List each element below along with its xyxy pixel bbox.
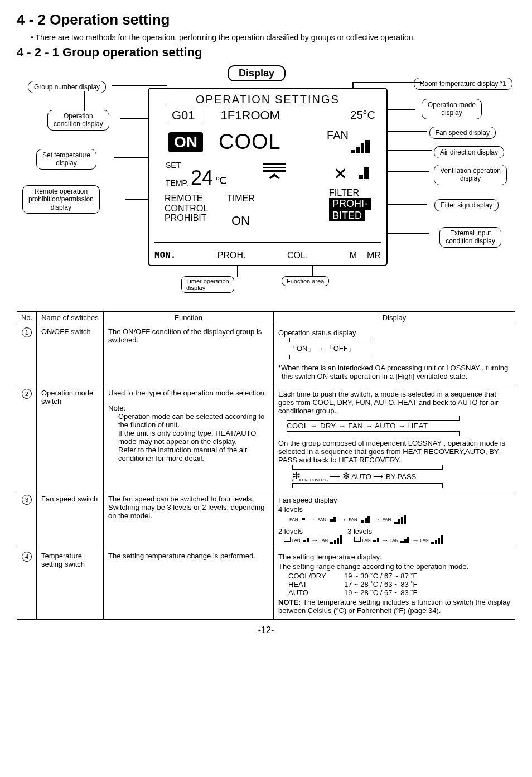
function-table: No. Name of switches Function Display 1 … bbox=[17, 311, 515, 620]
display-label: Display bbox=[228, 65, 286, 81]
callout-group-number: Group number display bbox=[28, 81, 106, 93]
row-number: 2 bbox=[22, 389, 32, 399]
th-no: No. bbox=[17, 312, 37, 324]
row-number: 3 bbox=[22, 495, 32, 505]
switch-name: ON/OFF switch bbox=[37, 324, 104, 385]
svg-marker-3 bbox=[269, 173, 280, 179]
callout-remote-operation: Remote operation prohibition/permission … bbox=[22, 185, 100, 214]
display-diagram: Display Group number display Operation c… bbox=[17, 65, 515, 308]
svg-rect-0 bbox=[263, 163, 286, 165]
callout-filter-sign: Filter sign display bbox=[434, 199, 499, 211]
callout-room-temp: Room temperature display *1 bbox=[414, 78, 512, 90]
row-number: 1 bbox=[22, 327, 32, 337]
fan-level-icon bbox=[361, 516, 370, 523]
switch-name: Operation mode switch bbox=[37, 385, 104, 491]
fan-level-icon bbox=[394, 515, 406, 524]
switch-display: Operation status display 「ON」 → 「OFF」 *W… bbox=[274, 324, 515, 385]
table-row: 4 Temperature setting switch The setting… bbox=[17, 548, 515, 620]
table-row: 3 Fan speed switch The fan speed can be … bbox=[17, 491, 515, 548]
lcd-group: G01 bbox=[166, 107, 201, 124]
ventilation-icon: ✕ bbox=[333, 164, 347, 184]
switch-function: The ON/OFF condition of the displayed gr… bbox=[104, 324, 274, 385]
row-number: 4 bbox=[22, 552, 32, 562]
heat-recovery-icon: ✻(HEAT RECOVERY) bbox=[292, 472, 328, 482]
switch-display: Fan speed display 4 levels FAN → FAN → F… bbox=[274, 491, 515, 548]
lcd-timer-label: TIMER bbox=[227, 194, 255, 204]
fan-level-icon bbox=[303, 538, 309, 542]
lcd-timer-on: ON bbox=[231, 214, 250, 228]
fan-level-icon bbox=[400, 537, 409, 543]
airflow-icon bbox=[260, 162, 288, 179]
section-heading: 4 - 2 Operation setting bbox=[17, 11, 515, 28]
fan-level-icon bbox=[330, 517, 336, 522]
lcd-remote-block: REMOTE CONTROL PROHIBIT bbox=[165, 194, 208, 223]
th-function: Function bbox=[104, 312, 274, 324]
subsection-heading: 4 - 2 - 1 Group operation setting bbox=[17, 45, 515, 60]
fan-speed-icon bbox=[351, 140, 370, 153]
lcd-filter-group: FILTER PROHI- BITED bbox=[329, 188, 371, 221]
fan-level-icon bbox=[330, 535, 342, 544]
svg-rect-2 bbox=[263, 170, 286, 172]
callout-ventilation: Ventilation operation display bbox=[434, 165, 507, 185]
switch-name: Fan speed switch bbox=[37, 491, 104, 548]
switch-function: The setting temperature change is perfor… bbox=[104, 548, 274, 620]
lcd-on-indicator: ON bbox=[168, 132, 203, 152]
fan-level-icon bbox=[373, 538, 379, 542]
callout-operation-condition: Operation condition display bbox=[47, 110, 109, 131]
switch-function: The fan speed can be switched to four le… bbox=[104, 491, 274, 548]
th-name: Name of switches bbox=[37, 312, 104, 324]
table-row: 1 ON/OFF switch The ON/OFF condition of … bbox=[17, 324, 515, 385]
lcd-set-temp: SET TEMP. 24℃ bbox=[166, 161, 226, 187]
switch-display: The setting temperature display. The set… bbox=[274, 548, 515, 620]
lcd-room-name: 1F1ROOM bbox=[221, 108, 280, 123]
callout-set-temperature: Set temperature display bbox=[36, 149, 96, 170]
callout-timer-operation: Timer operation display bbox=[181, 276, 234, 293]
table-row: 2 Operation mode switch Used to the type… bbox=[17, 385, 515, 491]
lcd-fan-label: FAN bbox=[327, 129, 349, 142]
intro-bullet: • There are two methods for the operatio… bbox=[31, 33, 515, 42]
switch-function: Used to the type of the operation mode s… bbox=[104, 385, 274, 491]
page-number: -12- bbox=[17, 625, 515, 635]
lcd-panel: OPERATION SETTINGS G01 1F1ROOM 25°C ON C… bbox=[148, 88, 388, 266]
callout-external-input: External input condition display bbox=[439, 227, 501, 248]
lcd-room-temp: 25°C bbox=[350, 109, 375, 122]
lcd-bottom-row: MON. PROH. COL. M MR bbox=[154, 250, 381, 260]
th-display: Display bbox=[274, 312, 515, 324]
svg-rect-1 bbox=[263, 167, 286, 168]
ventilation-arrow-icon bbox=[359, 167, 369, 179]
fan-level-icon bbox=[302, 518, 305, 520]
callout-operation-mode: Operation mode display bbox=[422, 99, 482, 119]
lcd-title: OPERATION SETTINGS bbox=[149, 93, 386, 106]
callout-fan-speed: Fan speed display bbox=[429, 127, 496, 139]
callout-function-area: Function area bbox=[282, 276, 329, 286]
fan-level-icon bbox=[431, 535, 443, 544]
lcd-mode: COOL bbox=[219, 130, 281, 154]
switch-display: Each time to push the switch, a mode is … bbox=[274, 385, 515, 491]
callout-air-direction: Air direction display bbox=[434, 146, 504, 158]
switch-name: Temperature setting switch bbox=[37, 548, 104, 620]
